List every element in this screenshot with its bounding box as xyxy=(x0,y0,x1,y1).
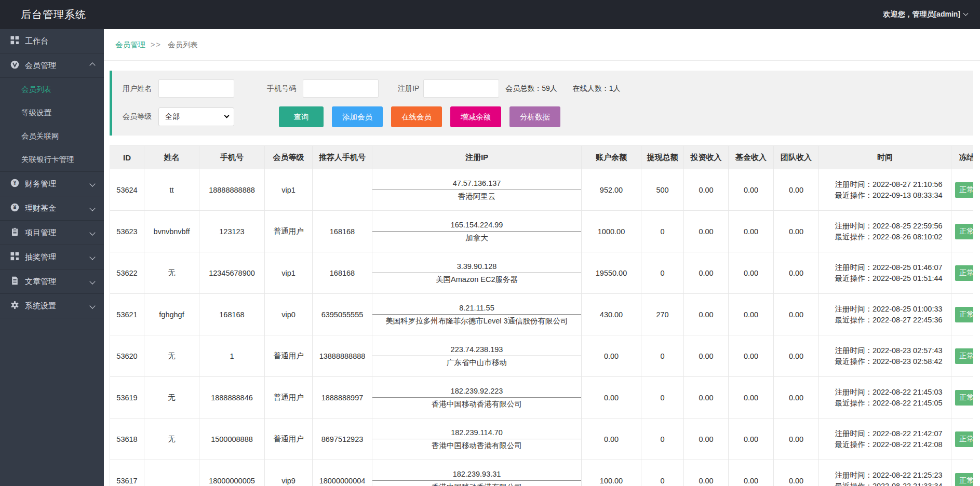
cell-team-income: 0.00 xyxy=(774,419,819,460)
table-row: 53624tt18888888888vip147.57.136.137香港阿里云… xyxy=(110,169,974,211)
breadcrumb-current: 会员列表 xyxy=(168,40,198,50)
status-normal-button[interactable]: 正常 xyxy=(955,307,974,322)
cell-withdraw-total: 0 xyxy=(641,377,684,419)
column-header-phone: 手机号 xyxy=(199,146,265,169)
sidebar-item-finance-management[interactable]: ¥财务管理 xyxy=(0,172,104,196)
member-level-label: 会员等级 xyxy=(123,112,152,122)
username-label: 用户姓名 xyxy=(123,84,152,93)
status-normal-button[interactable]: 正常 xyxy=(955,348,974,364)
cell-level: vip0 xyxy=(265,294,313,335)
chevron-down-icon xyxy=(89,278,95,284)
user-menu[interactable]: 欢迎您，管理员[admin] xyxy=(883,10,968,19)
cell-fund-income: 0.00 xyxy=(729,419,774,460)
cell-withdraw-total: 0 xyxy=(641,335,684,377)
cell-level: vip1 xyxy=(265,252,313,294)
register-ip-input[interactable] xyxy=(423,79,499,98)
cell-register-ip: 47.57.136.137香港阿里云 xyxy=(372,169,582,211)
cell-invest-income: 0.00 xyxy=(684,460,729,486)
cell-invest-income: 0.00 xyxy=(684,335,729,377)
sidebar-item-wealth-fund[interactable]: ¥理财基金 xyxy=(0,196,104,221)
sidebar-item-label: 财务管理 xyxy=(25,179,90,189)
add-member-button[interactable]: 添加会员 xyxy=(332,106,383,127)
cell-balance: 19550.00 xyxy=(582,252,641,294)
status-normal-button[interactable]: 正常 xyxy=(955,265,974,281)
chevron-down-icon xyxy=(89,230,95,235)
status-normal-button[interactable]: 正常 xyxy=(955,224,974,239)
column-header-frozen: 冻结 xyxy=(951,146,974,169)
cell-referrer: 1888888997 xyxy=(313,377,372,419)
column-header-referrer: 推荐人手机号 xyxy=(313,146,372,169)
analyze-data-button[interactable]: 分析数据 xyxy=(509,106,560,127)
cell-withdraw-total: 0 xyxy=(641,419,684,460)
cell-fund-income: 0.00 xyxy=(729,460,774,486)
sidebar-submenu: 会员列表等级设置会员关联网关联银行卡管理 xyxy=(0,78,104,172)
search-button[interactable]: 查询 xyxy=(279,106,324,127)
cell-invest-income: 0.00 xyxy=(684,211,729,252)
column-header-register-ip: 注册IP xyxy=(372,146,582,169)
cell-time: 注册时间：2022-08-22 21:45:03最近操作：2022-08-22 … xyxy=(819,377,951,419)
clipboard-icon xyxy=(10,227,19,238)
sidebar-item-member-list[interactable]: 会员列表 xyxy=(0,78,104,101)
table-header-row: ID姓名手机号会员等级推荐人手机号注册IP账户余额提现总额投资收入基金收入团队收… xyxy=(110,146,974,169)
cell-referrer: 6395055555 xyxy=(313,294,372,335)
sidebar-item-project-management[interactable]: 项目管理 xyxy=(0,221,104,245)
cell-phone: 123123 xyxy=(199,211,265,252)
online-count-stat: 在线人数：1人 xyxy=(573,84,621,93)
status-normal-button[interactable]: 正常 xyxy=(955,473,974,486)
cell-fund-income: 0.00 xyxy=(729,294,774,335)
sidebar: 工作台会员管理会员列表等级设置会员关联网关联银行卡管理¥财务管理¥理财基金项目管… xyxy=(0,29,104,486)
sidebar-item-bank-card-management[interactable]: 关联银行卡管理 xyxy=(0,148,104,171)
member-level-select[interactable]: 全部 xyxy=(158,107,234,126)
column-header-fund-income: 基金收入 xyxy=(729,146,774,169)
cell-referrer: 13888888888 xyxy=(313,335,372,377)
username-input[interactable] xyxy=(158,79,234,98)
cell-level: 普通用户 xyxy=(265,335,313,377)
sidebar-item-level-settings[interactable]: 等级设置 xyxy=(0,101,104,125)
table-row: 53619无1888888846普通用户1888888997182.239.92… xyxy=(110,377,974,419)
sidebar-item-member-network[interactable]: 会员关联网 xyxy=(0,125,104,148)
cell-phone: 1 xyxy=(199,335,265,377)
sidebar-item-label: 理财基金 xyxy=(25,204,90,213)
sidebar-item-member-management[interactable]: 会员管理 xyxy=(0,53,104,78)
filter-row-1: 用户姓名 手机号码 注册IP 会员总数：59人 在线人数：1人 xyxy=(123,79,973,98)
column-header-balance: 账户余额 xyxy=(582,146,641,169)
cell-time: 注册时间：2022-08-22 21:25:23最近操作：2022-08-22 … xyxy=(819,460,951,486)
cell-frozen-status: 正常 xyxy=(951,294,974,335)
layout: 工作台会员管理会员列表等级设置会员关联网关联银行卡管理¥财务管理¥理财基金项目管… xyxy=(0,29,980,486)
member-table: ID姓名手机号会员等级推荐人手机号注册IP账户余额提现总额投资收入基金收入团队收… xyxy=(110,145,973,486)
cell-balance: 1000.00 xyxy=(582,211,641,252)
welcome-text: 欢迎您，管理员[admin] xyxy=(883,10,960,19)
cell-team-income: 0.00 xyxy=(774,377,819,419)
status-normal-button[interactable]: 正常 xyxy=(955,182,974,198)
register-ip-label: 注册IP xyxy=(398,84,419,93)
sidebar-item-workbench[interactable]: 工作台 xyxy=(0,29,104,53)
breadcrumb-separator: >> xyxy=(151,40,162,49)
cell-withdraw-total: 0 xyxy=(641,252,684,294)
column-header-id: ID xyxy=(110,146,144,169)
online-members-button[interactable]: 在线会员 xyxy=(391,106,442,127)
cell-id: 53624 xyxy=(110,169,144,211)
phone-input[interactable] xyxy=(303,79,379,98)
adjust-balance-button[interactable]: 增减余额 xyxy=(450,106,501,127)
sidebar-item-lottery-management[interactable]: 抽奖管理 xyxy=(0,245,104,269)
cell-name: tt xyxy=(144,169,199,211)
status-normal-button[interactable]: 正常 xyxy=(955,390,974,406)
column-header-withdraw-total: 提现总额 xyxy=(641,146,684,169)
sidebar-item-label: 会员管理 xyxy=(25,61,90,71)
table-row: 53618无1500008888普通用户8697512923182.239.11… xyxy=(110,419,974,460)
cell-frozen-status: 正常 xyxy=(951,211,974,252)
status-normal-button[interactable]: 正常 xyxy=(955,431,974,447)
member-total-stat: 会员总数：59人 xyxy=(505,84,557,93)
table-row: 5361718000000005vip918000000004182.239.9… xyxy=(110,460,974,486)
filter-row-2: 会员等级 全部 查询 添加会员 在线会员 增减余额 分析数据 xyxy=(123,106,973,127)
chevron-down-icon xyxy=(963,10,969,16)
cell-id: 53623 xyxy=(110,211,144,252)
breadcrumb-section[interactable]: 会员管理 xyxy=(115,40,145,50)
sidebar-item-article-management[interactable]: 文章管理 xyxy=(0,269,104,294)
cell-fund-income: 0.00 xyxy=(729,377,774,419)
cell-name: 无 xyxy=(144,335,199,377)
cell-team-income: 0.00 xyxy=(774,252,819,294)
phone-label: 手机号码 xyxy=(267,84,296,93)
sidebar-item-label: 系统设置 xyxy=(25,301,90,311)
sidebar-item-system-settings[interactable]: 系统设置 xyxy=(0,294,104,318)
